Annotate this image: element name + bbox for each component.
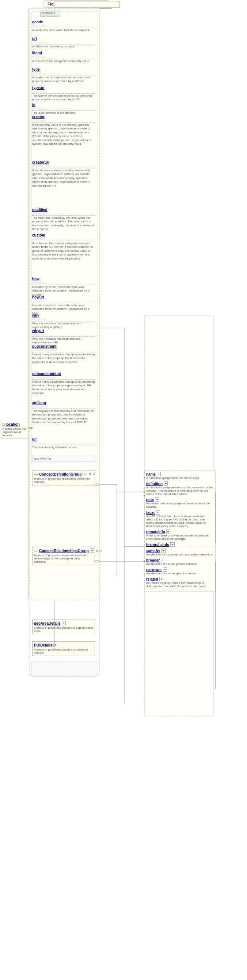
remoteinfo-expand-icon[interactable]: + xyxy=(166,530,170,534)
attr-uri: uri ○○○○○○○○ A URI which identifies a co… xyxy=(32,37,95,48)
right-item-remoteinfo: remoteInfo + A link to an item or a web … xyxy=(146,530,214,541)
definition-expand-icon[interactable]: + xyxy=(164,481,168,486)
broader-expand-icon[interactable]: + xyxy=(161,558,165,562)
attr-dir: dir ○○○○○○○○ The directionality of textu… xyxy=(32,438,95,449)
diagram-title: FlexLocationPropType xyxy=(58,2,112,9)
facet-expand-icon[interactable]: + xyxy=(156,510,160,515)
concept-definition-expand-icon[interactable]: + xyxy=(83,472,87,476)
attr-xmllang: xmllang ○○○○○○○○ The language of this pr… xyxy=(32,401,95,425)
related-expand-icon[interactable]: + xyxy=(159,577,163,581)
attr-how: how ○○○○○○○○ Indicates by which means th… xyxy=(32,277,95,297)
geo-area-details-box: geoAreaDetails + A group of properties s… xyxy=(32,620,95,634)
attr-qcode: qcode ○○○○○○○○ A quick-look code which i… xyxy=(32,20,95,32)
location-box: □ location A place where the organisatio… xyxy=(1,421,28,438)
attributes-section: attributes xyxy=(40,11,60,17)
hierarchyinfo-expand-icon[interactable]: + xyxy=(170,542,174,547)
attr-whyuri: whyuri ○○○○○○○○ Why the metadata has bee… xyxy=(32,329,95,345)
svg-rect-6 xyxy=(144,576,214,716)
attr-literal: literal ○○○○○○○○ A free-text value assig… xyxy=(32,51,95,63)
narrower-expand-icon[interactable]: + xyxy=(163,568,167,572)
right-item-narrower: narrower + An identifier of a more speci… xyxy=(146,568,214,575)
concept-relationships-group-box: •••• ConceptRelationshipsGroup + 0..∞ A … xyxy=(32,547,95,565)
any-other-1: any ##other xyxy=(32,455,95,461)
right-item-name: name + A natural language name for the c… xyxy=(146,472,214,480)
right-item-definition: definition + A natural language definiti… xyxy=(146,481,214,496)
right-item-note: note + Additional natural language infor… xyxy=(146,498,214,508)
concept-rel-items-panel: sameAs + An identifier of a concept with… xyxy=(144,547,216,592)
name-expand-icon[interactable]: + xyxy=(157,472,161,476)
right-item-related: related + An related concept, where the … xyxy=(146,577,214,588)
poi-details-expand-icon[interactable]: + xyxy=(53,643,57,647)
any-other-2: any ##other Extension point for any de-d… xyxy=(32,663,95,677)
geo-area-expand-icon[interactable]: + xyxy=(62,621,66,625)
attr-modified: modified ○○○○○○○○ The date (and, optiona… xyxy=(32,208,95,231)
note-expand-icon[interactable]: + xyxy=(155,498,159,502)
poi-details-box: POIDetails + A group of properties speci… xyxy=(32,641,95,656)
attr-pubconstrainturi: pubconstrainturi ○○○○○○○○○○○○○○ One or m… xyxy=(32,372,95,395)
right-item-broader: broader + An identifier of a more generi… xyxy=(146,558,214,566)
attr-id: id ○○○○○○○○ The local identifier of the … xyxy=(32,103,95,115)
attr-why: why ○○○○○○○○ Why the metadata has been i… xyxy=(32,313,95,329)
attr-type: type ○○○○○○○○ Indicates the concept assi… xyxy=(32,67,95,83)
attr-howuri: howuri ○○○○○○○○ Indicates by which means… xyxy=(32,295,95,315)
attr-creator: creator ○○○○○○○○ If the property value i… xyxy=(32,115,95,146)
attr-creatoruri: creatoruri ○○○○○○○○○○○○○○ If the attribu… xyxy=(32,161,95,188)
attr-custom: custom ○○○○○○○○ If set to true, the corr… xyxy=(32,233,95,261)
right-item-facet: facet + In NAR 1.8 and later, facet is d… xyxy=(146,510,214,528)
concept-relationships-expand-icon[interactable]: + xyxy=(90,549,94,553)
right-item-sameas: sameAs + An identifier of a concept with… xyxy=(146,549,214,556)
attr-pubconstraint: pubconstraint ○○○○○○○○○○○○○○ One or many… xyxy=(32,344,95,364)
sameas-expand-icon[interactable]: + xyxy=(161,549,165,553)
attr-typeuri: typeuri ○○○○○○○○ The type of the concept… xyxy=(32,86,95,102)
concept-definition-group-box: •••• ConceptDefinitionGroup + 0..∞ A gro… xyxy=(32,470,95,485)
